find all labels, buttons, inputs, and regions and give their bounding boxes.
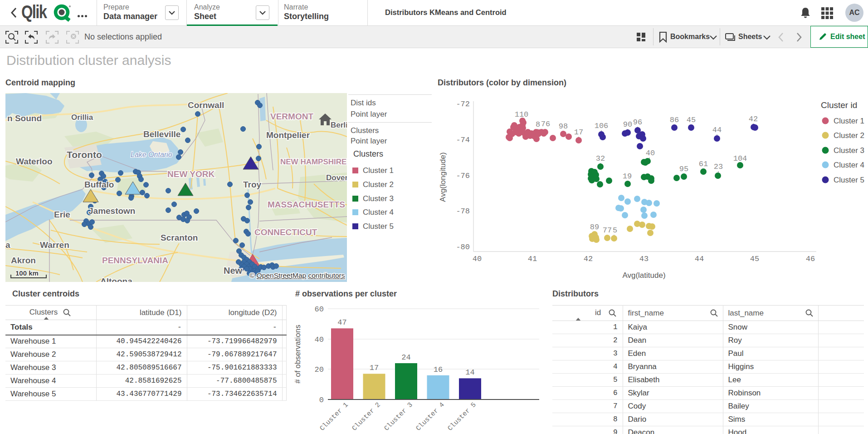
- svg-text:46: 46: [806, 255, 815, 263]
- svg-text:100 km: 100 km: [15, 269, 39, 277]
- svg-text:Cluster 1: Cluster 1: [318, 401, 350, 433]
- svg-text:-76: -76: [456, 172, 470, 180]
- svg-text:NEW YORK: NEW YORK: [167, 169, 215, 179]
- svg-text:14: 14: [465, 368, 474, 377]
- svg-text:Cluster 5: Cluster 5: [446, 401, 478, 433]
- svg-text:Toronto: Toronto: [67, 149, 102, 160]
- svg-text:44: 44: [695, 255, 704, 263]
- svg-text:40: 40: [315, 335, 324, 344]
- svg-text:Cluster 3: Cluster 3: [834, 146, 864, 155]
- svg-text:16: 16: [434, 365, 443, 374]
- svg-text:24: 24: [401, 353, 410, 362]
- svg-text:Cluster 4: Cluster 4: [414, 401, 446, 433]
- svg-text:Troy: Troy: [243, 180, 262, 189]
- svg-text:110: 110: [515, 110, 529, 119]
- svg-text:42: 42: [749, 115, 758, 123]
- svg-text:61: 61: [699, 160, 708, 168]
- svg-text:a: a: [5, 240, 10, 250]
- svg-text:Cluster 5: Cluster 5: [834, 176, 864, 184]
- svg-text:Scranton: Scranton: [161, 233, 198, 242]
- svg-text:Orillia: Orillia: [71, 113, 93, 122]
- svg-text:Berlin: Berlin: [331, 121, 347, 129]
- svg-text:Montpelier: Montpelier: [266, 130, 310, 140]
- svg-text:-80: -80: [456, 243, 470, 252]
- svg-text:96: 96: [633, 118, 642, 127]
- svg-text:n Sound: n Sound: [7, 113, 42, 123]
- svg-text:86: 86: [670, 116, 679, 124]
- svg-text:PENNSYLVANIA: PENNSYLVANIA: [102, 256, 168, 265]
- svg-text:Avg(longitude): Avg(longitude): [439, 152, 447, 202]
- svg-text:Erie: Erie: [54, 210, 70, 219]
- svg-text:VERMONT: VERMONT: [270, 112, 313, 121]
- svg-text:42: 42: [584, 255, 593, 263]
- svg-text:17: 17: [370, 364, 379, 372]
- svg-text:MASSACHUSETTS: MASSACHUSETTS: [268, 200, 345, 209]
- svg-text:20: 20: [315, 365, 324, 374]
- svg-text:44: 44: [712, 126, 722, 134]
- svg-text:Cornwall: Cornwall: [188, 100, 224, 110]
- svg-text:95: 95: [679, 165, 688, 173]
- svg-text:8: 8: [536, 120, 540, 129]
- svg-text:90: 90: [623, 120, 632, 129]
- svg-text:Cluster 2: Cluster 2: [834, 131, 864, 140]
- svg-text:0: 0: [319, 396, 324, 404]
- svg-text:Akron: Akron: [11, 256, 36, 265]
- svg-text:47: 47: [337, 318, 346, 327]
- svg-text:32: 32: [596, 154, 605, 163]
- svg-text:Cluster id: Cluster id: [821, 100, 857, 110]
- svg-text:41: 41: [528, 255, 537, 263]
- svg-text:23: 23: [714, 163, 723, 171]
- svg-text:Cluster 1: Cluster 1: [834, 117, 864, 125]
- svg-text:76: 76: [541, 120, 550, 128]
- svg-text:Waterloo: Waterloo: [16, 157, 53, 166]
- svg-text:Cluster 4: Cluster 4: [834, 161, 864, 169]
- svg-text:Avg(latitude): Avg(latitude): [622, 271, 665, 280]
- svg-text:98: 98: [559, 122, 568, 131]
- svg-text:© OpenStreetMap contributors: © OpenStreetMap contributors: [249, 271, 345, 279]
- svg-text:Dover: Dover: [326, 173, 347, 182]
- svg-text:Altoona: Altoona: [100, 276, 132, 282]
- svg-text:43: 43: [639, 255, 649, 263]
- svg-text:Jamestown: Jamestown: [88, 206, 135, 216]
- svg-text:104: 104: [733, 154, 747, 163]
- svg-text:19: 19: [623, 172, 632, 181]
- svg-text:45: 45: [687, 116, 696, 124]
- svg-text:60: 60: [315, 305, 324, 314]
- svg-text:-72: -72: [456, 100, 470, 108]
- svg-text:Lake Ontario: Lake Ontario: [131, 151, 172, 158]
- svg-text:Warren: Warren: [40, 240, 69, 250]
- svg-text:17: 17: [574, 128, 583, 137]
- svg-text:106: 106: [595, 122, 609, 130]
- svg-text:Cluster 3: Cluster 3: [383, 401, 414, 433]
- svg-text:New: New: [224, 266, 243, 276]
- svg-text:Belleville: Belleville: [143, 129, 180, 139]
- svg-text:77: 77: [603, 226, 612, 235]
- svg-text:CONNECTICUT: CONNECTICUT: [254, 227, 317, 237]
- svg-text:Buffalo: Buffalo: [84, 180, 114, 189]
- svg-text:NEW HAMPSHIRE: NEW HAMPSHIRE: [280, 158, 346, 166]
- svg-text:Cluster 2: Cluster 2: [351, 401, 382, 433]
- svg-text:40: 40: [473, 255, 482, 263]
- svg-text:5: 5: [613, 226, 617, 235]
- svg-text:89: 89: [590, 223, 599, 232]
- svg-text:-78: -78: [456, 207, 470, 216]
- svg-text:45: 45: [750, 255, 759, 263]
- svg-text:# of observations: # of observations: [293, 325, 302, 383]
- svg-text:40: 40: [646, 149, 655, 158]
- svg-text:-74: -74: [456, 136, 470, 144]
